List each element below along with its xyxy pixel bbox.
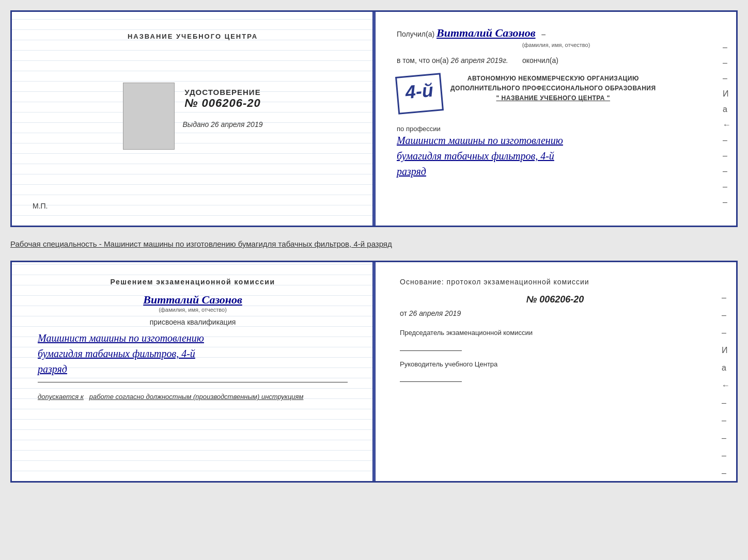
predsedatel-title: Председатель экзаменационной комиссии <box>400 328 710 338</box>
ot-date: от 26 апреля 2019 <box>400 309 710 317</box>
stamp-number: 4-й <box>404 79 434 104</box>
osnovanie-text: Основание: протокол экзаменационной коми… <box>400 278 710 286</box>
mp-label: М.П. <box>33 202 48 210</box>
cert-bottom-right: Основание: протокол экзаменационной коми… <box>374 262 736 481</box>
cert-bottom-left: Решением экзаменационной комиссии Виттал… <box>12 262 374 481</box>
prisvoena-text: присвоена квалификация <box>38 318 348 326</box>
resheniem-text: Решением экзаменационной комиссии <box>38 278 348 286</box>
separator-text: Рабочая специальность - Машинист машины … <box>10 235 738 252</box>
right-dashes-bottom: – – – И а ← – – – – – <box>722 293 730 478</box>
vydano-line: Выдано 26 апреля 2019 <box>183 120 263 129</box>
predsedatel-block: Председатель экзаменационной комиссии <box>400 328 710 351</box>
profession-text-top: Машинист машины по изготовлению бумагидл… <box>397 133 715 179</box>
udostoverenie-label: УДОСТОВЕРЕНИЕ <box>183 88 263 97</box>
bottom-name: Витталий Сазонов <box>38 293 348 307</box>
udostoverenie-block: УДОСТОВЕРЕНИЕ № 006206-20 <box>183 88 263 110</box>
poluchil-line: Получил(а) Витталий Сазонов – <box>397 26 715 40</box>
cert-top-left: НАЗВАНИЕ УЧЕБНОГО ЦЕНТРА УДОСТОВЕРЕНИЕ №… <box>12 12 374 226</box>
bottom-fio-sub: (фамилия, имя, отчество) <box>38 307 348 313</box>
rukovoditel-title: Руководитель учебного Центра <box>400 359 710 370</box>
left-inner: УДОСТОВЕРЕНИЕ № 006206-20 Выдано 26 апре… <box>123 77 263 155</box>
photo-placeholder <box>123 83 175 150</box>
udostoverenie-number: № 006206-20 <box>183 97 263 110</box>
recipient-name: Витталий Сазонов <box>437 26 536 39</box>
dopuskaetsya-block: допускается к работе согласно должностны… <box>38 393 348 401</box>
page-wrapper: НАЗВАНИЕ УЧЕБНОГО ЦЕНТРА УДОСТОВЕРЕНИЕ №… <box>10 10 738 483</box>
org-block: АВТОНОМНУЮ НЕКОММЕРЧЕСКУЮ ОРГАНИЗАЦИЮ ДО… <box>450 74 656 104</box>
right-dashes-top: – – – И а ← – – – – – <box>723 43 731 207</box>
vtom-line: в том, что он(а) 26 апреля 2019г. окончи… <box>397 56 715 65</box>
rukovoditel-signature-line <box>400 381 462 382</box>
left-col-text: УДОСТОВЕРЕНИЕ № 006206-20 Выдано 26 апре… <box>183 77 263 155</box>
bottom-certificate: Решением экзаменационной комиссии Виттал… <box>10 261 738 483</box>
predsedatel-signature-line <box>400 350 462 351</box>
protocol-number: № 006206-20 <box>400 294 710 305</box>
po-professii: по профессии <box>397 125 715 133</box>
top-certificate: НАЗВАНИЕ УЧЕБНОГО ЦЕНТРА УДОСТОВЕРЕНИЕ №… <box>10 10 738 227</box>
fio-subtitle-top: (фамилия, имя, отчество) <box>397 42 715 48</box>
cert-top-right: Получил(а) Витталий Сазонов – (фамилия, … <box>374 12 736 226</box>
center-title: НАЗВАНИЕ УЧЕБНОГО ЦЕНТРА <box>128 33 258 40</box>
bottom-profession: Машинист машины по изготовлению бумагидл… <box>38 330 348 377</box>
stamp-box: 4-й <box>395 73 444 114</box>
